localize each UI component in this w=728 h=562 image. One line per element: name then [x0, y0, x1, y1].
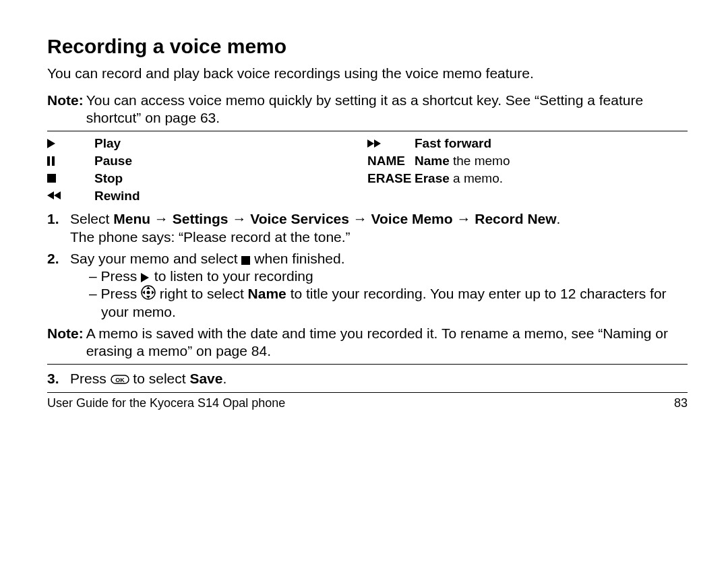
- rewind-label: Rewind: [94, 188, 140, 204]
- ok-icon: [111, 374, 129, 385]
- stop-icon: [241, 256, 250, 265]
- note-label: Note:: [47, 92, 84, 127]
- stop-label: Stop: [94, 170, 123, 187]
- ff-icon: [367, 139, 415, 148]
- page-title: Recording a voice memo: [47, 34, 688, 59]
- substep: – Press right to select Name to title yo…: [89, 285, 688, 321]
- note-1: Note: You can access voice memo quickly …: [47, 92, 688, 127]
- play-icon: [141, 273, 150, 282]
- play-icon: [47, 139, 94, 148]
- page-number: 83: [674, 396, 688, 411]
- step-2: 2. Say your memo and select when finishe…: [47, 250, 688, 321]
- note-2: Note: A memo is saved with the date and …: [47, 325, 688, 361]
- divider: [47, 392, 688, 393]
- divider: [47, 364, 688, 365]
- stop-icon: [47, 174, 94, 183]
- note-body: You can access voice memo quickly by set…: [86, 92, 688, 127]
- intro-text: You can record and play back voice recor…: [47, 65, 688, 82]
- ff-label: Fast forward: [415, 135, 491, 152]
- rewind-icon: [47, 191, 94, 199]
- footer-left: User Guide for the Kyocera S14 Opal phon…: [47, 396, 285, 411]
- divider: [47, 131, 688, 131]
- pause-icon: [47, 156, 94, 166]
- page-footer: User Guide for the Kyocera S14 Opal phon…: [47, 396, 688, 411]
- icon-legend: Play Pause Stop Rewind Fast forward NAME…: [47, 134, 688, 205]
- steps-list-cont: 3. Press to select Save.: [47, 370, 688, 387]
- pause-label: Pause: [94, 153, 132, 169]
- name-text: Name the memo: [415, 153, 510, 169]
- step-1: 1. Select Menu → Settings → Voice Servic…: [47, 210, 688, 246]
- steps-list: 1. Select Menu → Settings → Voice Servic…: [47, 210, 688, 321]
- erase-key: ERASE: [367, 170, 415, 187]
- note-body: A memo is saved with the date and time y…: [86, 325, 688, 361]
- note-label: Note:: [47, 325, 84, 361]
- name-key: NAME: [367, 153, 415, 169]
- nav-icon: [141, 285, 156, 300]
- substep: – Press to listen to your recording: [89, 268, 688, 285]
- play-label: Play: [94, 135, 121, 152]
- erase-text: Erase a memo.: [415, 170, 503, 187]
- step-3: 3. Press to select Save.: [47, 370, 688, 387]
